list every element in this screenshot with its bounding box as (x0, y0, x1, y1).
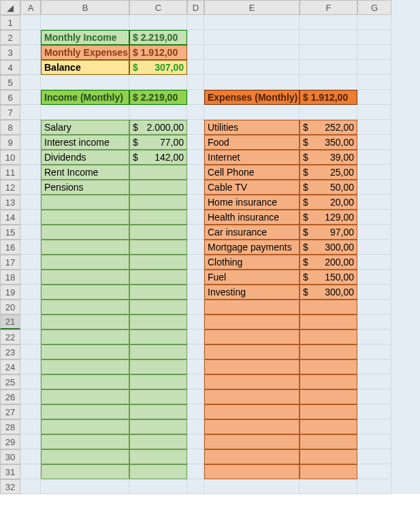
cell-C5[interactable] (129, 75, 187, 90)
cell-A5[interactable] (20, 75, 41, 90)
cell-D27[interactable] (187, 404, 204, 419)
expense-item-amount[interactable] (300, 419, 357, 434)
row-header-21[interactable]: 21 (0, 315, 20, 329)
cell-E15[interactable]: Car insurance (204, 225, 300, 240)
cell-E27[interactable] (204, 404, 300, 419)
cell-E6[interactable]: Expenses (Monthly) (204, 90, 300, 105)
cell-F4[interactable] (300, 60, 357, 75)
cell-G3[interactable] (357, 45, 391, 60)
cell-E30[interactable] (204, 449, 300, 464)
cell-F1[interactable] (300, 15, 357, 30)
cell-D6[interactable] (187, 90, 204, 105)
row-header-18[interactable]: 18 (0, 270, 20, 285)
cell-E16[interactable]: Mortgage payments (204, 240, 300, 255)
cell-G17[interactable] (357, 255, 391, 270)
cell-E32[interactable] (204, 479, 300, 494)
row-header-23[interactable]: 23 (0, 344, 20, 359)
spreadsheet-grid[interactable]: ◢ABCDEFG12Monthly Income$ 2.219,003Month… (0, 0, 420, 494)
expense-item-amount[interactable] (300, 359, 357, 374)
cell-B10[interactable]: Dividends (41, 150, 129, 165)
row-header-19[interactable]: 19 (0, 285, 20, 300)
row-header-32[interactable]: 32 (0, 479, 20, 494)
cell-B9[interactable]: Interest income (41, 135, 129, 150)
cell-B13[interactable] (41, 195, 129, 210)
cell-D30[interactable] (187, 449, 204, 464)
cell-B18[interactable] (41, 270, 129, 285)
cell-A21[interactable] (20, 315, 41, 329)
cell-C3[interactable]: $ 1.912,00 (129, 45, 187, 60)
cell-D25[interactable] (187, 374, 204, 389)
row-header-12[interactable]: 12 (0, 180, 20, 195)
cell-E17[interactable]: Clothing (204, 255, 300, 270)
cell-D12[interactable] (187, 180, 204, 195)
cell-G23[interactable] (357, 344, 391, 359)
income-item-amount[interactable] (129, 255, 187, 270)
income-item-amount[interactable] (129, 434, 187, 449)
cell-B29[interactable] (41, 434, 129, 449)
cell-D28[interactable] (187, 419, 204, 434)
cell-D18[interactable] (187, 270, 204, 285)
row-header-3[interactable]: 3 (0, 45, 20, 60)
cell-G27[interactable] (357, 404, 391, 419)
col-header-B[interactable]: B (41, 0, 129, 15)
cell-E1[interactable] (204, 15, 300, 30)
cell-B30[interactable] (41, 449, 129, 464)
expense-item-amount[interactable]: $25,00 (300, 165, 357, 180)
cell-D9[interactable] (187, 135, 204, 150)
cell-E5[interactable] (204, 75, 300, 90)
cell-B32[interactable] (41, 479, 129, 494)
cell-D5[interactable] (187, 75, 204, 90)
expense-item-amount[interactable]: $150,00 (300, 270, 357, 285)
row-header-8[interactable]: 8 (0, 120, 20, 135)
cell-A26[interactable] (20, 389, 41, 404)
cell-C2[interactable]: $ 2.219,00 (129, 30, 187, 45)
cell-G13[interactable] (357, 195, 391, 210)
cell-A30[interactable] (20, 449, 41, 464)
expense-item-amount[interactable]: $350,00 (300, 135, 357, 150)
cell-E8[interactable]: Utilities (204, 120, 300, 135)
income-item-amount[interactable] (129, 374, 187, 389)
income-item-amount[interactable] (129, 180, 187, 195)
cell-A4[interactable] (20, 60, 41, 75)
cell-B8[interactable]: Salary (41, 120, 129, 135)
cell-D31[interactable] (187, 464, 204, 479)
income-item-amount[interactable] (129, 329, 187, 344)
cell-D15[interactable] (187, 225, 204, 240)
row-header-31[interactable]: 31 (0, 464, 20, 479)
col-header-D[interactable]: D (187, 0, 204, 15)
cell-A11[interactable] (20, 165, 41, 180)
expense-item-amount[interactable]: $200,00 (300, 255, 357, 270)
cell-B4[interactable]: Balance (41, 60, 129, 75)
cell-A17[interactable] (20, 255, 41, 270)
cell-B28[interactable] (41, 419, 129, 434)
cell-E28[interactable] (204, 419, 300, 434)
income-item-amount[interactable] (129, 195, 187, 210)
expense-item-amount[interactable]: $252,00 (300, 120, 357, 135)
cell-D16[interactable] (187, 240, 204, 255)
cell-B16[interactable] (41, 240, 129, 255)
cell-D29[interactable] (187, 434, 204, 449)
expense-item-amount[interactable] (300, 464, 357, 479)
cell-D4[interactable] (187, 60, 204, 75)
income-item-amount[interactable] (129, 389, 187, 404)
cell-B2[interactable]: Monthly Income (41, 30, 129, 45)
income-item-amount[interactable] (129, 419, 187, 434)
cell-G1[interactable] (357, 15, 391, 30)
balance-value[interactable]: $307,00 (129, 60, 187, 75)
expense-item-amount[interactable] (300, 300, 357, 315)
cell-G25[interactable] (357, 374, 391, 389)
row-header-28[interactable]: 28 (0, 419, 20, 434)
col-header-A[interactable]: A (20, 0, 41, 15)
cell-E24[interactable] (204, 359, 300, 374)
cell-D24[interactable] (187, 359, 204, 374)
cell-E14[interactable]: Health insurance (204, 210, 300, 225)
row-header-17[interactable]: 17 (0, 255, 20, 270)
cell-A12[interactable] (20, 180, 41, 195)
cell-G20[interactable] (357, 300, 391, 315)
cell-D10[interactable] (187, 150, 204, 165)
cell-G14[interactable] (357, 210, 391, 225)
cell-B21[interactable] (41, 315, 129, 329)
cell-G22[interactable] (357, 329, 391, 344)
cell-C6[interactable]: $ 2.219,00 (129, 90, 187, 105)
expense-item-amount[interactable] (300, 374, 357, 389)
